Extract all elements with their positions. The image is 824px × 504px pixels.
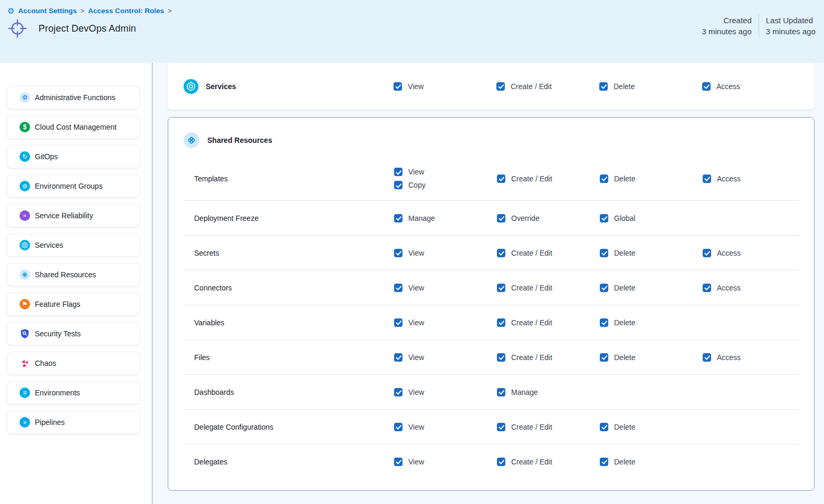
- checkbox-view-checked[interactable]: [394, 423, 403, 431]
- checkbox-delete-checked[interactable]: [600, 318, 608, 327]
- checkbox-override-checked[interactable]: [497, 214, 505, 222]
- sidebar-item-feature-flags[interactable]: ⚑Feature Flags: [7, 293, 140, 316]
- sidebar-item-service-reliability[interactable]: ≈Service Reliability: [7, 204, 140, 227]
- checkbox-delete-checked[interactable]: [599, 82, 608, 91]
- breadcrumb-access-control-roles[interactable]: Access Control: Roles: [88, 7, 164, 15]
- permission-create-edit: Create / Edit: [497, 249, 600, 257]
- checkbox-delete-checked[interactable]: [600, 175, 608, 183]
- permission-label: Manage: [511, 388, 538, 396]
- sidebar-item-label: Environments: [35, 389, 80, 397]
- checkbox-view-checked[interactable]: [394, 458, 403, 466]
- checkbox-create-edit-checked[interactable]: [496, 82, 505, 91]
- checkbox-view-checked[interactable]: [394, 284, 403, 292]
- resource-row-deployment-freeze: Deployment FreezeManageOverrideGlobal: [168, 201, 814, 235]
- settings-gear-icon[interactable]: ⚙: [7, 7, 14, 15]
- sidebar-item-label: Cloud Cost Management: [35, 123, 117, 131]
- checkbox-view-checked[interactable]: [394, 388, 403, 396]
- checkbox-delete-checked[interactable]: [600, 423, 608, 431]
- permission-label: Delete: [614, 423, 635, 431]
- sidebar-item-cloud-cost-management[interactable]: $Cloud Cost Management: [7, 115, 140, 139]
- checkbox-view-checked[interactable]: [394, 318, 403, 327]
- checkbox-copy-checked[interactable]: [394, 181, 403, 189]
- sidebar-item-label: Services: [35, 241, 63, 249]
- sidebar-item-label: Pipelines: [35, 418, 65, 427]
- resource-row-label: Templates: [168, 175, 394, 183]
- checkbox-create-edit-checked[interactable]: [497, 423, 505, 431]
- sidebar-item-environments[interactable]: ≡Environments: [7, 381, 140, 404]
- permission-create-edit: Create / Edit: [496, 82, 599, 91]
- permission-label: Access: [716, 82, 740, 91]
- admin-functions-gear-icon: ⚙: [20, 92, 30, 103]
- sidebar-item-gitops[interactable]: ↻GitOps: [7, 145, 140, 168]
- checkbox-manage-checked[interactable]: [394, 214, 403, 222]
- permission-create-edit: Create / Edit: [497, 318, 600, 327]
- permission-view: View: [394, 284, 497, 292]
- checkbox-access-checked[interactable]: [703, 249, 711, 257]
- sidebar-item-label: Security Tests: [35, 329, 81, 338]
- permission-label: Delete: [614, 353, 635, 362]
- permission-label: View: [408, 388, 424, 396]
- sidebar-item-chaos[interactable]: Chaos: [7, 352, 140, 375]
- checkbox-delete-checked[interactable]: [600, 353, 608, 362]
- shared-resources-diamond-icon: [20, 269, 30, 280]
- sidebar-item-shared-resources[interactable]: Shared Resources: [7, 263, 140, 286]
- permission-label: Create / Edit: [511, 353, 552, 362]
- security-tests-shield-icon: [20, 328, 30, 339]
- permission-label: View: [408, 423, 424, 431]
- permission-access: Access: [703, 353, 806, 362]
- checkbox-create-edit-checked[interactable]: [497, 284, 505, 292]
- permissions-pane: Services ViewCreate / EditDeleteAccess S…: [152, 63, 824, 504]
- permission-delete: Delete: [600, 458, 703, 466]
- breadcrumb-separator: >: [80, 7, 84, 15]
- permission-label: Delete: [614, 284, 635, 292]
- checkbox-access-checked[interactable]: [702, 82, 711, 91]
- permission-label: Create / Edit: [511, 423, 552, 431]
- checkbox-manage-checked[interactable]: [497, 388, 505, 396]
- chaos-icon: [20, 358, 30, 369]
- sidebar-item-label: Shared Resources: [35, 270, 96, 279]
- checkbox-create-edit-checked[interactable]: [497, 458, 505, 466]
- breadcrumb-account-settings[interactable]: Account Settings: [18, 7, 76, 15]
- checkbox-global-checked[interactable]: [600, 214, 608, 222]
- checkbox-create-edit-checked[interactable]: [497, 249, 505, 257]
- permission-label: Delete: [614, 82, 635, 91]
- permission-create-edit: Create / Edit: [497, 458, 600, 466]
- sidebar-item-services[interactable]: Services: [7, 234, 140, 257]
- breadcrumb-separator: >: [168, 7, 172, 15]
- checkbox-view-checked[interactable]: [394, 353, 403, 362]
- permission-label: Override: [511, 214, 540, 222]
- checkbox-view-checked[interactable]: [394, 168, 403, 176]
- permission-delete: Delete: [600, 284, 703, 292]
- checkbox-view-checked[interactable]: [394, 249, 403, 257]
- permission-label: View: [408, 168, 424, 176]
- resource-row-files: FilesViewCreate / EditDeleteAccess: [168, 340, 814, 374]
- permission-create-edit: Create / Edit: [497, 284, 600, 292]
- checkbox-create-edit-checked[interactable]: [497, 353, 505, 362]
- checkbox-delete-checked[interactable]: [600, 284, 608, 292]
- permission-delete: Delete: [600, 353, 703, 362]
- sidebar-item-pipelines[interactable]: »Pipelines: [7, 411, 140, 434]
- checkbox-delete-checked[interactable]: [600, 458, 608, 466]
- sidebar-item-label: Service Reliability: [35, 211, 93, 220]
- permission-label: View: [408, 353, 424, 362]
- permission-label: Create / Edit: [511, 82, 552, 91]
- role-title-row: Project DevOps Admin: [0, 15, 824, 39]
- checkbox-access-checked[interactable]: [703, 284, 711, 292]
- sidebar-item-label: GitOps: [35, 152, 58, 161]
- permission-label: Access: [717, 284, 741, 292]
- sidebar-item-label: Chaos: [35, 359, 56, 367]
- checkbox-delete-checked[interactable]: [600, 249, 608, 257]
- sidebar-item-environment-groups[interactable]: ⊚Environment Groups: [7, 175, 140, 198]
- permission-label: Delete: [614, 249, 635, 257]
- checkbox-view-checked[interactable]: [394, 82, 402, 91]
- checkbox-create-edit-checked[interactable]: [497, 175, 505, 183]
- sidebar-item-administrative-functions[interactable]: ⚙Administrative Functions: [7, 86, 140, 109]
- checkbox-access-checked[interactable]: [703, 175, 711, 183]
- feature-flags-flag-icon: ⚑: [20, 299, 30, 309]
- services-permissions-card: Services ViewCreate / EditDeleteAccess: [168, 63, 815, 110]
- services-card-title: Services: [206, 82, 236, 91]
- checkbox-access-checked[interactable]: [703, 353, 711, 362]
- permission-manage: Manage: [394, 214, 497, 222]
- sidebar-item-security-tests[interactable]: Security Tests: [7, 322, 140, 345]
- checkbox-create-edit-checked[interactable]: [497, 318, 505, 327]
